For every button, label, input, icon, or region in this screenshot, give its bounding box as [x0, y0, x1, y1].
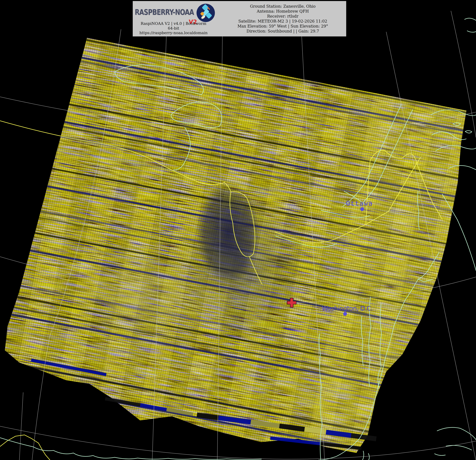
country-borders: [0, 121, 442, 460]
satellite-line: Satellite: METEOR-M2 3 | 19-02-2026 11:0…: [219, 19, 346, 24]
raspberry-noaa-logo-icon: [196, 3, 215, 22]
system-version-line: RaspiNOAA V2 | v4.0 | Bookworm 64-bit: [138, 21, 209, 31]
direction-gain-line: Direction: Southbound | | Gain: 29.7: [219, 29, 346, 34]
antenna-line: Antenna: Homebrew QFH: [219, 9, 346, 14]
city-label-ottawa: Ottawa: [346, 199, 373, 207]
station-url: https://raspberry-noaa.localdomain: [133, 31, 214, 35]
ground-station-cross-icon: [287, 298, 296, 307]
banner-logo-block: RASPBERRY-NOAA V2 RaspiNOAA V2 | v4.0 | …: [133, 1, 219, 36]
receiver-line: Receiver: rtlsdr: [219, 14, 346, 19]
washington-dot: [343, 312, 347, 316]
coastlines: [0, 18, 476, 460]
city-label-washington: Washington, D.C.: [322, 305, 373, 312]
satellite-capture-page: Ottawa Washington, D.C. RASPBERRY-NOAA V…: [0, 0, 476, 460]
graticule-lines: [0, 11, 476, 460]
pass-info-block: Ground Station: Zanesville, Ohio Antenna…: [219, 1, 346, 36]
elevation-line: Max Elevation: 59° West | Sun Elevation:…: [219, 24, 346, 29]
map-overlay: [0, 0, 476, 460]
header-banner: RASPBERRY-NOAA V2 RaspiNOAA V2 | v4.0 | …: [133, 1, 346, 36]
ground-station-line: Ground Station: Zanesville, Ohio: [219, 4, 346, 9]
raspberry-noaa-wordmark: RASPBERRY-NOAA: [135, 8, 194, 17]
ottawa-dot: [360, 207, 364, 211]
